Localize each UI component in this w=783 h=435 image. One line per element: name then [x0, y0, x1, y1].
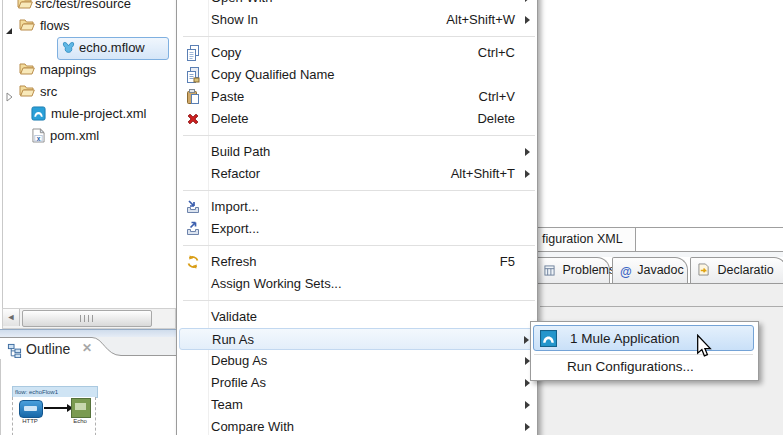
scrollbar-grip-icon — [80, 315, 94, 322]
menu-item-assign-working-sets[interactable]: Assign Working Sets... — [177, 273, 537, 295]
tree-item-src[interactable]: src — [0, 81, 176, 103]
menu-item-validate[interactable]: Validate — [177, 306, 537, 328]
menu-item-refresh[interactable]: Refresh F5 — [177, 251, 537, 273]
tree-item-mappings[interactable]: mappings — [0, 59, 176, 81]
menu-shortcut: Alt+Shift+W — [446, 9, 515, 31]
submenu-item-run-configurations[interactable]: Run Configurations... — [531, 356, 756, 378]
declaration-icon — [698, 260, 710, 285]
menu-item-profile-as[interactable]: Profile As — [177, 372, 537, 394]
tree-item-label: pom.xml — [50, 125, 99, 147]
close-icon[interactable]: ✕ — [82, 341, 92, 355]
submenu-arrow-icon — [524, 336, 529, 344]
tree-item-src-test-resources[interactable]: src/test/resource — [0, 0, 176, 15]
menu-shortcut: Ctrl+C — [478, 42, 515, 64]
menu-item-import[interactable]: Import... — [177, 196, 537, 218]
tree-item-pom-xml[interactable]: x pom.xml — [0, 125, 176, 147]
menu-item-label: Validate — [211, 306, 257, 328]
menu-item-label: Build Path — [211, 141, 270, 163]
scrollbar-thumb[interactable] — [22, 310, 152, 327]
menu-shortcut: Ctrl+V — [479, 86, 515, 108]
submenu-item-label: 1 Mule Application — [570, 326, 680, 351]
menu-item-copy[interactable]: Copy Ctrl+C — [177, 42, 537, 64]
menu-item-run-as[interactable]: Run As — [179, 328, 535, 350]
import-icon — [185, 199, 201, 215]
submenu-arrow-icon — [525, 423, 530, 431]
submenu-item-mule-application[interactable]: 1 Mule Application — [533, 325, 754, 351]
xml-file-icon: x — [32, 128, 48, 144]
menu-item-label: Assign Working Sets... — [211, 273, 342, 295]
menu-separator — [177, 130, 537, 141]
tree-item-flows[interactable]: flows — [0, 15, 176, 37]
submenu-item-label: Run Configurations... — [567, 356, 694, 377]
folder-open-icon — [19, 62, 35, 78]
menu-item-label: Team — [211, 394, 243, 416]
menu-item-delete[interactable]: Delete Delete — [177, 108, 537, 130]
menu-item-open-with[interactable]: Open With — [177, 0, 537, 9]
package-explorer-tree: src/test/resource flows echo.mflow mappi… — [0, 0, 176, 330]
mule-application-icon — [540, 330, 557, 347]
menu-item-label: Copy Qualified Name — [211, 64, 335, 86]
menu-item-build-path[interactable]: Build Path — [177, 141, 537, 163]
mule-flow-icon — [61, 41, 77, 57]
menu-item-label: Profile As — [211, 372, 266, 394]
echo-component-glyph — [75, 403, 86, 410]
menu-separator — [177, 185, 537, 196]
flow-preview-thumbnail[interactable]: flow: echoFlow1 HTTP Echo — [12, 386, 96, 435]
tab-label: Problems — [562, 263, 615, 277]
tab-javadoc[interactable]: @ Javadoc — [612, 257, 688, 284]
folder-open-icon — [17, 0, 33, 12]
javadoc-at-icon: @ — [620, 260, 632, 285]
ide-window: src/test/resource flows echo.mflow mappi… — [0, 0, 783, 435]
outline-tab-label[interactable]: Outline — [26, 341, 70, 357]
submenu-arrow-icon — [525, 401, 530, 409]
run-as-submenu: 1 Mule Application Run Configurations... — [530, 321, 759, 381]
tab-problems[interactable]: Problems — [536, 257, 610, 284]
collapsed-twistie-icon[interactable] — [4, 88, 14, 98]
folder-open-icon — [19, 84, 35, 100]
tab-label: Javadoc — [637, 263, 684, 277]
flow-preview-canvas[interactable]: HTTP Echo — [12, 397, 96, 435]
menu-item-show-in[interactable]: Show In Alt+Shift+W — [177, 9, 537, 31]
folder-open-icon — [19, 18, 35, 34]
view-toolbar-divider — [540, 306, 783, 307]
tree-item-label: mule-project.xml — [51, 103, 146, 125]
menu-item-team[interactable]: Team — [177, 394, 537, 416]
menu-item-label: Delete — [211, 108, 249, 130]
menu-item-copy-qualified-name[interactable]: Copy Qualified Name — [177, 64, 537, 86]
menu-item-label: Paste — [211, 86, 244, 108]
tree-item-label: echo.mflow — [79, 37, 145, 59]
submenu-arrow-icon — [525, 170, 530, 178]
tree-item-label: flows — [40, 15, 70, 37]
menu-item-refactor[interactable]: Refactor Alt+Shift+T — [177, 163, 537, 185]
menu-shortcut: F5 — [500, 251, 515, 273]
menu-item-label: Refresh — [211, 251, 257, 273]
tree-item-mule-project-xml[interactable]: mule-project.xml — [0, 103, 176, 125]
http-endpoint-node[interactable] — [19, 400, 43, 418]
menu-item-label: Debug As — [211, 350, 267, 372]
scroll-left-arrow-icon[interactable]: ◄ — [3, 309, 20, 326]
menu-item-label: Refactor — [211, 163, 260, 185]
tab-label: figuration XML — [542, 232, 623, 246]
tree-item-echo-mflow[interactable]: echo.mflow — [0, 37, 176, 59]
echo-component-node[interactable] — [71, 398, 91, 418]
tab-configuration-xml[interactable]: figuration XML — [537, 228, 636, 251]
menu-separator — [177, 240, 537, 251]
paste-icon — [185, 89, 201, 105]
tab-declaration[interactable]: Declaratio — [690, 257, 783, 284]
menu-separator — [177, 295, 537, 306]
menu-item-debug-as[interactable]: Debug As — [177, 350, 537, 372]
submenu-arrow-icon — [525, 16, 530, 24]
expanded-twistie-icon[interactable] — [4, 22, 14, 32]
menu-item-compare-with[interactable]: Compare With — [177, 416, 537, 435]
menu-item-label: Run As — [212, 329, 254, 351]
menu-item-label: Compare With — [211, 416, 294, 435]
menu-item-paste[interactable]: Paste Ctrl+V — [177, 86, 537, 108]
context-menu: Open With Show In Alt+Shift+W Copy Ctrl+… — [176, 0, 538, 435]
menu-item-label: Import... — [211, 196, 259, 218]
copy-icon — [185, 45, 201, 61]
delete-icon — [185, 111, 201, 127]
tree-item-label: src — [40, 81, 57, 103]
submenu-arrow-icon — [525, 0, 530, 2]
menu-item-export[interactable]: Export... — [177, 218, 537, 240]
horizontal-scrollbar[interactable]: ◄ — [2, 308, 176, 329]
